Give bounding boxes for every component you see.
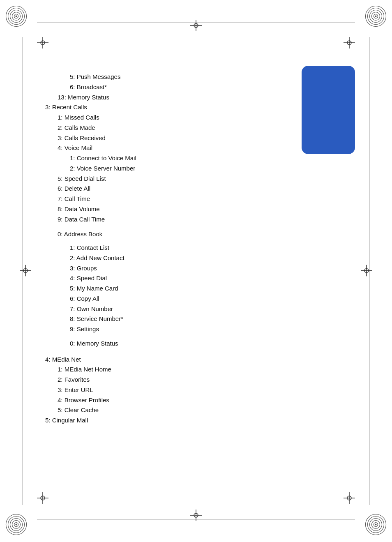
crosshair-icon-right (361, 265, 372, 276)
menu-item-connect-voice-mail: 1: Connect to Voice Mail (45, 153, 281, 164)
menu-item-memory-status-2: 0: Memory Status (45, 339, 281, 349)
crosshair-inner-br (344, 492, 355, 505)
crosshair-mid-right (361, 265, 372, 277)
phone-image (302, 66, 355, 154)
crosshair-icon-inner-tl (37, 37, 48, 48)
menu-content: 5: Push Messages 6: Broadcast* 13: Memor… (45, 72, 281, 426)
menu-item-push-messages: 5: Push Messages (45, 72, 281, 82)
menu-item-speed-dial: 4: Speed Dial (45, 273, 281, 284)
menu-item-missed-calls: 1: Missed Calls (45, 113, 281, 123)
menu-item-settings: 9: Settings (45, 324, 281, 334)
menu-item-copy-all: 6: Copy All (45, 294, 281, 304)
concentric-circles-tl (5, 5, 28, 28)
menu-item-groups: 3: Groups (45, 263, 281, 274)
menu-item-voice-mail: 4: Voice Mail (45, 143, 281, 153)
crosshair-icon-inner-tr (344, 37, 355, 48)
spacer-2 (45, 240, 281, 243)
menu-item-own-number: 7: Own Number (45, 304, 281, 314)
crosshair-icon-bottom (190, 510, 202, 521)
svg-point-23 (375, 524, 377, 526)
page: 5: Push Messages 6: Broadcast* 13: Memor… (0, 0, 392, 542)
spacer-4 (45, 349, 281, 355)
crosshair-mid-top (190, 20, 202, 32)
menu-item-enter-url: 3: Enter URL (45, 385, 281, 395)
menu-item-recent-calls: 3: Recent Calls (45, 102, 281, 113)
crosshair-icon-top (190, 20, 202, 31)
menu-item-data-volume: 8: Data Volume (45, 204, 281, 214)
corner-decoration-bl (5, 513, 28, 537)
crosshair-inner-bl (37, 492, 48, 505)
menu-item-media-net-home: 1: MEdia Net Home (45, 364, 281, 375)
menu-item-my-name-card: 5: My Name Card (45, 284, 281, 294)
menu-item-service-number: 8: Service Number* (45, 314, 281, 324)
crosshair-inner-tl (37, 37, 48, 50)
menu-item-memory-status-1: 13: Memory Status (45, 92, 281, 103)
menu-item-browser-profiles: 4: Browser Profiles (45, 395, 281, 406)
menu-item-cingular-mall: 5: Cingular Mall (45, 415, 281, 426)
menu-item-call-time: 7: Call Time (45, 194, 281, 204)
corner-decoration-br (364, 513, 387, 537)
menu-item-data-call-time: 9: Data Call Time (45, 214, 281, 225)
concentric-circles-bl (5, 513, 28, 536)
crosshair-mid-bottom (190, 510, 202, 522)
menu-item-clear-cache: 5: Clear Cache (45, 405, 281, 415)
crosshair-icon-inner-bl (37, 492, 48, 504)
corner-decoration-tl (5, 5, 28, 29)
menu-item-media-net: 4: MEdia Net (45, 355, 281, 365)
crosshair-mid-left (20, 265, 31, 277)
svg-point-5 (16, 16, 17, 17)
corner-decoration-tr (364, 5, 387, 29)
menu-item-calls-received: 3: Calls Received (45, 133, 281, 143)
crosshair-inner-tr (344, 37, 355, 50)
svg-point-11 (375, 16, 377, 17)
svg-point-17 (16, 524, 17, 526)
menu-item-add-new-contact: 2: Add New Contact (45, 253, 281, 263)
menu-item-calls-made: 2: Calls Made (45, 123, 281, 133)
concentric-circles-br (364, 513, 387, 536)
spacer-3 (45, 334, 281, 339)
menu-item-address-book: 0: Address Book (45, 229, 281, 240)
menu-item-contact-list: 1: Contact List (45, 243, 281, 253)
crosshair-icon-inner-br (344, 492, 355, 504)
menu-item-delete-all: 6: Delete All (45, 184, 281, 194)
menu-item-favorites: 2: Favorites (45, 375, 281, 385)
crosshair-icon-left (20, 265, 31, 276)
concentric-circles-tr (364, 5, 387, 28)
menu-item-speed-dial-list: 5: Speed Dial List (45, 174, 281, 184)
menu-item-broadcast: 6: Broadcast* (45, 82, 281, 92)
spacer-1 (45, 224, 281, 229)
menu-item-voice-server-number: 2: Voice Server Number (45, 164, 281, 174)
